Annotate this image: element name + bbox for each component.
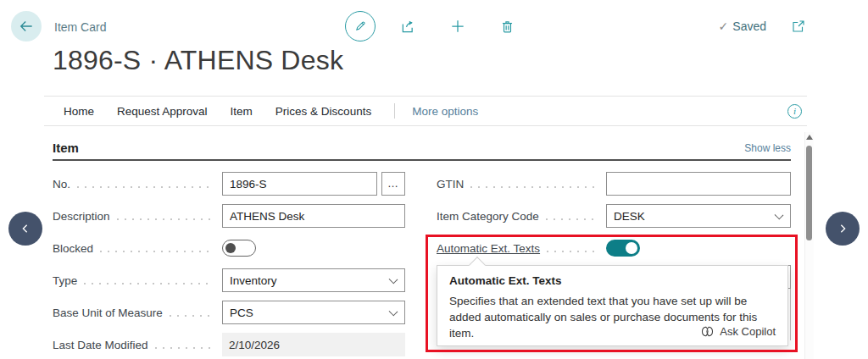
back-button[interactable] [11,11,42,41]
base-unit-select[interactable] [222,301,405,324]
back-arrow-icon [18,18,35,35]
field-column-left: No. … Description Blocked Type [53,172,405,359]
checkmark-icon: ✓ [719,19,729,33]
field-label: Base Unit of Measure [53,307,163,319]
field-description: Description [53,204,405,228]
automatic-ext-texts-toggle[interactable] [606,240,640,257]
type-select[interactable] [222,268,405,292]
dotted-leader [84,283,214,284]
share-icon [400,18,417,35]
delete-button[interactable] [498,18,515,35]
ask-copilot-label: Ask Copilot [720,325,776,338]
field-label: Last Date Modified [53,339,148,351]
field-label: No. [53,178,70,191]
item-category-select[interactable] [606,204,791,228]
dotted-leader [100,251,214,252]
blocked-toggle[interactable] [222,240,256,257]
no-assist-button[interactable]: … [381,172,405,196]
menu-home[interactable]: Home [64,105,94,118]
field-type: Type [53,268,405,292]
field-no: No. … [53,172,405,196]
open-in-new-window-button[interactable] [790,18,807,35]
plus-icon [449,18,466,35]
scrollbar-thumb[interactable] [806,146,812,240]
dotted-leader [470,186,598,188]
dotted-leader [117,218,214,220]
menu-divider [394,103,395,119]
dotted-leader [77,186,214,188]
last-date-modified-value: 2/10/2026 [222,333,405,356]
field-label: Blocked [53,242,93,255]
dotted-leader [546,218,598,220]
field-gtin: GTIN [437,172,791,196]
obscured-input-edge [790,289,791,340]
toggle-knob [225,243,236,253]
popout-icon [791,19,806,34]
chevron-left-icon [19,222,32,235]
scrollbar-up-arrow-icon[interactable] [806,135,813,140]
field-label: Description [53,210,110,223]
automatic-ext-texts-label[interactable]: Automatic Ext. Texts [437,242,540,255]
tooltip-title: Automatic Ext. Texts [449,274,776,287]
new-button[interactable] [449,18,466,35]
menu-item[interactable]: Item [231,105,253,118]
page-type-caption: Item Card [54,20,106,34]
chevron-right-icon [836,222,849,235]
more-options-button[interactable]: More options [412,105,478,118]
save-status-label: Saved [732,19,766,33]
dotted-leader [155,347,214,349]
show-less-link[interactable]: Show less [744,142,791,154]
page-title: 1896-S · ATHENS Desk [53,45,343,76]
field-label: Type [53,274,77,287]
field-base-unit: Base Unit of Measure [53,301,405,324]
trash-icon [499,19,515,35]
save-status: ✓ Saved [719,19,766,33]
item-card-page: Item Card ✓ Saved 1896-S · ATHENS Desk H… [0,0,868,359]
pencil-icon [353,19,368,34]
next-record-button[interactable] [826,212,860,246]
dotted-leader [547,251,598,252]
section-title: Item [53,141,79,155]
fasttab-item-header: Item Show less [53,136,791,161]
field-automatic-ext-texts: Automatic Ext. Texts [437,236,791,260]
menu-request-approval[interactable]: Request Approval [117,105,208,118]
field-tooltip: Automatic Ext. Texts Specifies that an e… [437,265,788,346]
field-label: GTIN [437,178,464,191]
copilot-icon [700,324,715,339]
menu-prices-discounts[interactable]: Prices & Discounts [275,105,371,118]
field-item-category-code: Item Category Code [437,204,791,228]
share-button[interactable] [400,18,417,35]
ask-copilot-button[interactable]: Ask Copilot [700,324,776,339]
no-input[interactable] [222,172,377,196]
field-label: Item Category Code [437,210,539,223]
toggle-knob [626,242,637,254]
field-column-right: GTIN Item Category Code Automatic Ext. T… [437,172,791,268]
edit-button[interactable] [345,11,376,41]
description-input[interactable] [222,204,405,228]
info-icon[interactable]: i [787,104,802,119]
gtin-input[interactable] [606,172,791,196]
field-blocked: Blocked [53,236,405,260]
field-last-date-modified: Last Date Modified 2/10/2026 [53,333,405,356]
dotted-leader [170,315,214,317]
action-bar: Home Request Approval Item Prices & Disc… [44,96,807,126]
previous-record-button[interactable] [8,212,42,246]
